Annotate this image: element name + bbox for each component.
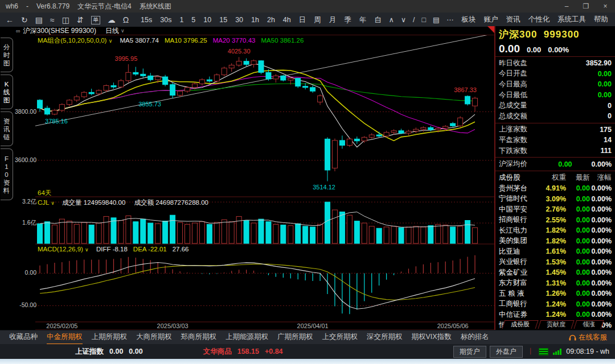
- constituent-row-贵州茅台[interactable]: 贵州茅台4.91%0.000.00%: [495, 183, 615, 194]
- period-button-15s[interactable]: 15s: [137, 13, 156, 27]
- menu-帮助[interactable]: 帮助: [594, 15, 608, 24]
- tick-line-icon[interactable]: ≈: [50, 13, 55, 27]
- quote-row-昨日收盘: 昨日收盘3852.90: [495, 58, 615, 69]
- taskbar-edge: [0, 359, 615, 364]
- back-icon[interactable]: ←: [6, 13, 14, 27]
- cloud-node-label: 文华云节点-电信4: [77, 2, 132, 11]
- toolbar-tool-group: ∧∨/□▤⋯: [389, 13, 454, 27]
- panel-tab-贡献度[interactable]: 贡献度: [538, 320, 575, 329]
- market-tab-期权VIX指数[interactable]: 期权VIX指数: [412, 330, 452, 345]
- quote-row-今日最高: 今日最高0.00: [495, 79, 615, 90]
- period-button-30[interactable]: 30: [231, 13, 247, 27]
- status-bar: 上证指数0.000.00 文华商品158.15+0.84 期货户外盘户 丨 09…: [0, 344, 615, 359]
- sidebar-tab-分时图[interactable]: 分时图: [1, 38, 13, 72]
- kline-icon[interactable]: ◫: [62, 13, 69, 27]
- constituent-row-中信证券[interactable]: 中信证券1.24%0.000.00%: [495, 309, 615, 320]
- constituent-row-紫金矿业[interactable]: 紫金矿业1.45%0.000.00%: [495, 267, 615, 278]
- kline-chart[interactable]: MA组合(5,10,20,50,0,0) ∨ MA5 3807.74MA10 3…: [35, 35, 494, 330]
- constituent-row-中国平安[interactable]: 中国平安2.76%0.000.00%: [495, 204, 615, 215]
- period-button-季[interactable]: 季: [340, 13, 355, 27]
- constituent-row-工商银行[interactable]: 工商银行1.24%0.000.00%: [495, 299, 615, 309]
- period-button-5[interactable]: 5: [187, 13, 199, 27]
- quote-code: 999300: [544, 29, 580, 40]
- cloud-icon[interactable]: ☁: [108, 13, 116, 27]
- menu-资讯[interactable]: 资讯: [506, 15, 520, 24]
- col-header-最新: 最新: [566, 173, 590, 183]
- market-tab-广期所期权[interactable]: 广期所期权: [277, 330, 313, 345]
- market-tab-上交所期权[interactable]: 上交所期权: [322, 330, 358, 345]
- constituents-table: 贵州茅台4.91%0.000.00%宁德时代3.09%0.000.00%中国平安…: [495, 183, 615, 330]
- window-controls: –❐×: [557, 0, 615, 13]
- minimize-button[interactable]: –: [557, 0, 576, 13]
- refresh-icon[interactable]: ↻: [21, 13, 28, 27]
- trendline-tool-icon[interactable]: /: [413, 13, 415, 27]
- constituent-row-兴业银行[interactable]: 兴业银行1.53%0.000.00%: [495, 257, 615, 267]
- period-button-日[interactable]: 日: [295, 13, 310, 27]
- period-dropdown[interactable]: 日线: [105, 26, 119, 36]
- constituent-row-比亚迪[interactable]: 比亚迪1.61%0.000.00%: [495, 246, 615, 257]
- sidebar-tab-F10资料[interactable]: F10资料: [1, 148, 13, 200]
- sidebar-tab-K线图[interactable]: K线图: [1, 75, 13, 109]
- menu-系统工具[interactable]: 系统工具: [557, 15, 586, 24]
- market-tab-上期所期权[interactable]: 上期所期权: [92, 330, 128, 345]
- constituent-row-五 粮 液[interactable]: 五 粮 液1.26%0.000.00%: [495, 288, 615, 299]
- rect-tool-icon[interactable]: □: [422, 13, 427, 27]
- ma-lines: [35, 35, 494, 147]
- period-button-1h[interactable]: 1h: [247, 13, 263, 27]
- close-button[interactable]: ×: [596, 0, 615, 13]
- menu-板块[interactable]: 板块: [462, 15, 476, 24]
- headset-icon: [569, 334, 576, 341]
- panel-collapse-arrow-icon[interactable]: [487, 26, 494, 33]
- period-button-group: 15s30s151015301h2h4h日周月季年自: [137, 13, 386, 27]
- switch-contract-icon[interactable]: ⇵: [77, 13, 84, 27]
- period-button-月[interactable]: 月: [325, 13, 341, 27]
- chart-canvas[interactable]: [35, 35, 494, 330]
- alert-bell-icon[interactable]: Ω: [123, 13, 129, 27]
- market-tab-bar: 收藏品种中金所期权上期所期权大商所期权郑商所期权上期能源期权广期所期权上交所期权…: [0, 330, 615, 345]
- sidebar-tab-资讯链[interactable]: 资讯链: [1, 111, 13, 146]
- account-button-期货户[interactable]: 期货户: [453, 346, 486, 358]
- panel-tab-领涨[interactable]: 领涨: [574, 320, 604, 329]
- market-tab-中金所期权[interactable]: 中金所期权: [47, 330, 83, 345]
- market-tab-收藏品种[interactable]: 收藏品种: [9, 330, 38, 345]
- y-axis-tick: 3800.00: [10, 108, 36, 115]
- menu-账户[interactable]: 账户: [484, 15, 498, 24]
- expand-icon[interactable]: ∨: [401, 13, 406, 27]
- period-button-15[interactable]: 15: [215, 13, 231, 27]
- period-button-10[interactable]: 10: [199, 13, 215, 27]
- more-icon[interactable]: ⋯: [446, 13, 454, 27]
- constituent-row-招商银行[interactable]: 招商银行2.55%0.000.00%: [495, 214, 615, 225]
- market-tab-郑商所期权[interactable]: 郑商所期权: [181, 330, 217, 345]
- account-button-外盘户[interactable]: 外盘户: [490, 346, 523, 358]
- constituent-row-宁德时代[interactable]: 宁德时代3.09%0.000.00%: [495, 193, 615, 204]
- period-button-30s[interactable]: 30s: [156, 13, 175, 27]
- x-axis-date: 2025/02/05: [46, 322, 77, 329]
- quote-list-icon[interactable]: ▤: [35, 13, 43, 27]
- period-button-2h[interactable]: 2h: [263, 13, 279, 27]
- panel-tab-成份股[interactable]: 成份股: [502, 320, 539, 329]
- period-button-周[interactable]: 周: [310, 13, 325, 27]
- menu-个性化[interactable]: 个性化: [528, 15, 550, 24]
- market-tab-大商所期权[interactable]: 大商所期权: [136, 330, 172, 345]
- layout-icon[interactable]: ▤: [433, 13, 440, 27]
- link-icon[interactable]: ∞: [16, 27, 20, 34]
- constituent-row-东方财富[interactable]: 东方财富1.31%0.000.00%: [495, 278, 615, 288]
- quote-name: 沪深300: [499, 29, 537, 40]
- market-tab-标的排名[interactable]: 标的排名: [461, 330, 489, 345]
- period-button-1[interactable]: 1: [175, 13, 187, 27]
- period-button-自[interactable]: 自: [370, 13, 386, 27]
- x-axis-date: 2025/05/06: [437, 322, 469, 329]
- maximize-button[interactable]: ❐: [576, 0, 596, 13]
- quote-row-沪深均价: 沪深均价0.000.00%: [495, 159, 615, 169]
- market-tab-深交所期权[interactable]: 深交所期权: [367, 330, 403, 345]
- order-icon[interactable]: 单: [91, 16, 100, 24]
- online-service-button[interactable]: 在线客服: [569, 333, 607, 342]
- compress-icon[interactable]: ∧: [389, 13, 394, 27]
- constituent-row-美的集团[interactable]: 美的集团1.82%0.000.00%: [495, 235, 615, 246]
- period-button-4h[interactable]: 4h: [279, 13, 295, 27]
- constituent-row-长江电力[interactable]: 长江电力1.82%0.000.00%: [495, 225, 615, 236]
- quote-title: 沪深300 999300: [499, 28, 615, 41]
- market-tab-上期能源期权[interactable]: 上期能源期权: [226, 330, 268, 345]
- chevron-down-icon[interactable]: ∨: [121, 28, 125, 34]
- period-button-年[interactable]: 年: [355, 13, 371, 27]
